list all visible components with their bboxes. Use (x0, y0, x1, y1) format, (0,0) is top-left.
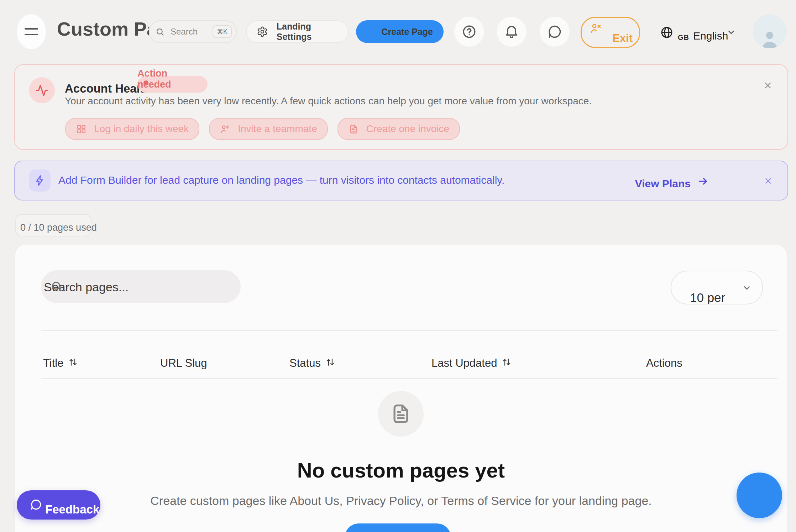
help-button[interactable] (454, 17, 484, 47)
global-search-placeholder: Search (171, 27, 198, 37)
table-header-row: Title URL Slug Status Last Updated Actio… (15, 350, 787, 370)
create-invoice-button[interactable]: Create one invoice (337, 118, 460, 140)
invite-teammate-button[interactable]: Invite a teammate (209, 118, 328, 140)
column-header-url-slug: URL Slug (160, 357, 207, 370)
pages-usage-badge: 0 / 10 pages used (15, 214, 91, 236)
action-needed-label: Action needed (137, 68, 203, 90)
empty-state-title: No custom pages yet (15, 458, 787, 482)
column-header-actions: Actions (646, 357, 682, 370)
per-page-value: 10 per (690, 290, 725, 304)
chat-bubble-icon (30, 498, 42, 511)
help-icon (461, 24, 477, 40)
language-selector[interactable]: GB English (658, 14, 743, 48)
login-daily-button[interactable]: Log in daily this week (65, 118, 199, 140)
landing-settings-button[interactable]: Landing Settings (246, 20, 349, 43)
invoice-icon (348, 124, 359, 135)
custom-pages-panel: 10 per Title URL Slug Status Last Update… (15, 245, 787, 532)
user-avatar[interactable] (753, 14, 787, 48)
sort-icon (68, 357, 78, 367)
form-builder-promo-banner: Add Form Builder for lead capture on lan… (14, 161, 788, 200)
divider (41, 330, 777, 331)
column-header-last-updated[interactable]: Last Updated (431, 357, 512, 370)
grid-icon (76, 124, 87, 135)
feedback-label: Feedback (45, 503, 99, 516)
arrow-right-icon (697, 175, 709, 187)
exit-button[interactable]: Exit (581, 17, 640, 48)
chevron-down-icon (726, 26, 737, 38)
search-icon (155, 27, 165, 37)
create-page-label: Create Page (381, 27, 433, 37)
app-window: Custom Pages Search ⌘K Landing Settings … (0, 0, 796, 532)
create-page-cta-button[interactable] (345, 523, 451, 532)
close-promo-button[interactable] (764, 176, 773, 186)
login-daily-label: Log in daily this week (94, 123, 189, 135)
column-header-title[interactable]: Title (43, 357, 78, 370)
view-plans-link[interactable]: View Plans (635, 173, 709, 190)
chat-bubble-icon (547, 24, 562, 40)
page-title: Custom Pages (57, 18, 149, 40)
divider (41, 378, 777, 379)
language-label: English (693, 30, 728, 42)
user-x-icon (590, 22, 602, 35)
sort-icon (501, 357, 512, 367)
pulse-icon (35, 84, 49, 97)
create-page-button[interactable]: Create Page (356, 20, 444, 43)
empty-state-icon-circle (378, 391, 424, 437)
pages-search-input[interactable] (43, 270, 237, 304)
bell-icon (504, 24, 519, 40)
action-needed-badge: Action needed (137, 76, 208, 93)
exit-label: Exit (612, 32, 633, 45)
pages-search-field[interactable] (41, 270, 241, 303)
hamburger-icon (25, 28, 38, 30)
account-health-description: Your account activity has been very low … (65, 95, 592, 107)
empty-state-description: Create custom pages like About Us, Priva… (15, 494, 787, 508)
user-plus-icon (220, 124, 231, 135)
promo-message: Add Form Builder for lead capture on lan… (58, 174, 504, 186)
messages-button[interactable] (540, 17, 570, 47)
menu-button[interactable] (17, 14, 46, 49)
notifications-button[interactable] (497, 17, 527, 47)
per-page-dropdown[interactable]: 10 per (671, 271, 763, 304)
floating-action-button[interactable] (737, 473, 782, 518)
pulse-icon-circle (29, 77, 55, 103)
globe-icon (660, 26, 674, 39)
create-invoice-label: Create one invoice (366, 123, 449, 135)
sort-icon (325, 357, 336, 367)
close-banner-button[interactable] (763, 80, 773, 90)
search-icon (50, 280, 63, 293)
gear-icon (257, 26, 268, 37)
keyboard-shortcut-badge: ⌘K (213, 25, 232, 38)
bolt-icon-square (29, 169, 51, 192)
feedback-button[interactable]: Feedback (17, 490, 100, 520)
chevron-down-icon (741, 282, 753, 293)
lightning-bolt-icon (34, 174, 46, 187)
pages-usage-label: 0 / 10 pages used (20, 222, 97, 233)
landing-settings-label: Landing Settings (277, 21, 348, 42)
language-code: GB (678, 33, 689, 42)
account-health-actions: Log in daily this week Invite a teammate… (65, 118, 460, 140)
invite-teammate-label: Invite a teammate (238, 123, 317, 135)
document-icon (389, 402, 413, 426)
global-search[interactable]: Search ⌘K (149, 20, 237, 43)
view-plans-label: View Plans (635, 178, 691, 190)
person-icon (758, 28, 781, 48)
column-header-status[interactable]: Status (289, 357, 336, 370)
account-health-banner: Account Health Action needed Your accoun… (14, 64, 788, 150)
